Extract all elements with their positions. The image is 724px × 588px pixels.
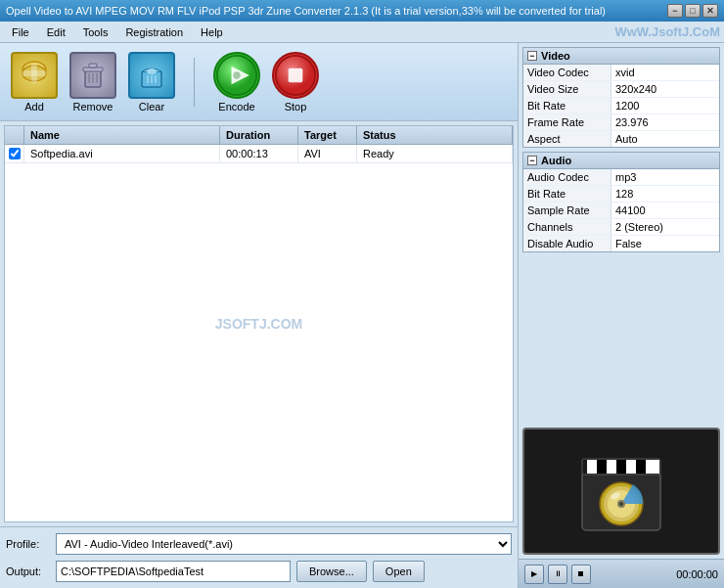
prop-val: False bbox=[611, 236, 719, 251]
header-target: Target bbox=[298, 126, 357, 144]
add-button[interactable]: Add bbox=[10, 52, 59, 113]
video-section-label: Video bbox=[541, 50, 570, 62]
prop-key: Frame Rate bbox=[523, 114, 611, 130]
encode-icon bbox=[213, 52, 260, 99]
menu-bar: File Edit Tools Registration Help WwW.Js… bbox=[0, 22, 724, 43]
clear-icon bbox=[128, 52, 175, 99]
maximize-button[interactable]: □ bbox=[685, 4, 701, 18]
menu-tools[interactable]: Tools bbox=[75, 24, 116, 40]
title-text: Opell Video to AVI MPEG MOV RM FLV iPod … bbox=[6, 5, 667, 17]
browse-button[interactable]: Browse... bbox=[296, 561, 367, 582]
title-bar: Opell Video to AVI MPEG MOV RM FLV iPod … bbox=[0, 0, 724, 22]
row-target: AVI bbox=[298, 145, 357, 162]
prop-val: 1200 bbox=[611, 98, 719, 113]
prop-frame-rate: Frame Rate 23.976 bbox=[523, 114, 719, 131]
video-preview bbox=[522, 428, 720, 555]
prop-aspect: Aspect Auto bbox=[523, 131, 719, 147]
stop-playback-button[interactable]: ⏹ bbox=[571, 565, 591, 584]
open-button[interactable]: Open bbox=[373, 561, 425, 582]
remove-button[interactable]: Remove bbox=[68, 52, 117, 113]
remove-label: Remove bbox=[73, 101, 113, 113]
svg-point-34 bbox=[619, 502, 623, 506]
encode-button[interactable]: Encode bbox=[212, 52, 261, 113]
prop-key: Audio Codec bbox=[523, 169, 611, 185]
remove-icon bbox=[69, 52, 116, 99]
output-input[interactable] bbox=[56, 561, 291, 582]
output-row: Output: Browse... Open bbox=[6, 561, 512, 582]
file-list-header: Name Duration Target Status bbox=[5, 126, 513, 145]
prop-key: Video Size bbox=[523, 81, 611, 97]
svg-rect-22 bbox=[587, 460, 597, 474]
prop-key: Bit Rate bbox=[523, 186, 611, 202]
svg-rect-19 bbox=[289, 68, 303, 82]
video-collapse-btn[interactable]: − bbox=[527, 51, 537, 61]
svg-point-11 bbox=[147, 68, 157, 74]
menu-edit[interactable]: Edit bbox=[39, 24, 73, 40]
audio-section: − Audio Audio Codec mp3 Bit Rate 128 Sam… bbox=[522, 152, 720, 252]
prop-val: xvid bbox=[611, 65, 719, 80]
svg-rect-6 bbox=[89, 64, 97, 68]
play-button[interactable]: ▶ bbox=[524, 565, 544, 584]
svg-rect-28 bbox=[646, 460, 659, 474]
toolbar-separator bbox=[194, 58, 195, 107]
playback-controls: ▶ ⏸ ⏹ 00:00:00 bbox=[519, 559, 724, 588]
prop-val: 23.976 bbox=[611, 114, 719, 130]
main-container: Add Remove bbox=[0, 43, 724, 588]
minimize-button[interactable]: − bbox=[667, 4, 683, 18]
prop-val: 128 bbox=[611, 186, 719, 202]
close-button[interactable]: ✕ bbox=[702, 4, 718, 18]
prop-val: 320x240 bbox=[611, 81, 719, 97]
playback-time: 00:00:00 bbox=[676, 568, 718, 580]
right-panel: − Video Video Codec xvid Video Size 320x… bbox=[519, 43, 724, 588]
prop-video-codec: Video Codec xvid bbox=[523, 65, 719, 81]
row-status: Ready bbox=[357, 145, 513, 162]
prop-sample-rate: Sample Rate 44100 bbox=[523, 203, 719, 219]
stop-label: Stop bbox=[285, 101, 307, 113]
prop-channels: Channels 2 (Stereo) bbox=[523, 219, 719, 236]
video-section-header: − Video bbox=[523, 48, 719, 65]
prop-audio-bitrate: Bit Rate 128 bbox=[523, 186, 719, 203]
svg-rect-5 bbox=[83, 68, 103, 71]
row-checkbox[interactable] bbox=[5, 145, 24, 162]
left-panel: Add Remove bbox=[0, 43, 519, 588]
toolbar: Add Remove bbox=[0, 43, 518, 121]
prop-key: Aspect bbox=[523, 131, 611, 147]
bottom-controls: Profile: AVI - Audio-Video Interleaved(*… bbox=[0, 526, 518, 588]
prop-disable-audio: Disable Audio False bbox=[523, 236, 719, 251]
menu-watermark: WwW.JsoftJ.CoM bbox=[614, 24, 720, 39]
audio-section-label: Audio bbox=[541, 155, 571, 166]
svg-rect-25 bbox=[616, 460, 626, 474]
profile-select[interactable]: AVI - Audio-Video Interleaved(*.avi) bbox=[56, 533, 512, 555]
pause-button[interactable]: ⏸ bbox=[548, 565, 567, 584]
prop-key: Sample Rate bbox=[523, 203, 611, 218]
row-name: Softpedia.avi bbox=[24, 145, 220, 162]
add-icon bbox=[11, 52, 58, 99]
prop-audio-codec: Audio Codec mp3 bbox=[523, 169, 719, 186]
prop-key: Disable Audio bbox=[523, 236, 611, 251]
checkbox-input[interactable] bbox=[9, 148, 21, 159]
header-name: Name bbox=[24, 126, 220, 144]
menu-help[interactable]: Help bbox=[193, 24, 231, 40]
menu-registration[interactable]: Registration bbox=[117, 24, 191, 40]
svg-rect-26 bbox=[626, 460, 636, 474]
stop-icon bbox=[272, 52, 319, 99]
prop-val: 2 (Stereo) bbox=[611, 219, 719, 235]
file-list: Name Duration Target Status Softpedia.av… bbox=[4, 125, 514, 522]
audio-collapse-btn[interactable]: − bbox=[527, 156, 537, 165]
header-status: Status bbox=[357, 126, 513, 144]
title-bar-buttons: − □ ✕ bbox=[667, 4, 718, 18]
prop-key: Channels bbox=[523, 219, 611, 235]
row-duration: 00:00:13 bbox=[220, 145, 298, 162]
svg-rect-27 bbox=[636, 460, 646, 474]
audio-section-header: − Audio bbox=[523, 153, 719, 169]
svg-rect-24 bbox=[607, 460, 616, 474]
table-row[interactable]: Softpedia.avi 00:00:13 AVI Ready bbox=[5, 145, 513, 163]
clapperboard-icon bbox=[572, 447, 670, 535]
menu-file[interactable]: File bbox=[4, 24, 37, 40]
video-section: − Video Video Codec xvid Video Size 320x… bbox=[522, 47, 720, 148]
stop-button[interactable]: Stop bbox=[271, 52, 320, 113]
prop-key: Bit Rate bbox=[523, 98, 611, 113]
clear-button[interactable]: Clear bbox=[127, 52, 176, 113]
add-label: Add bbox=[24, 101, 44, 113]
header-checkbox-col bbox=[5, 126, 24, 144]
